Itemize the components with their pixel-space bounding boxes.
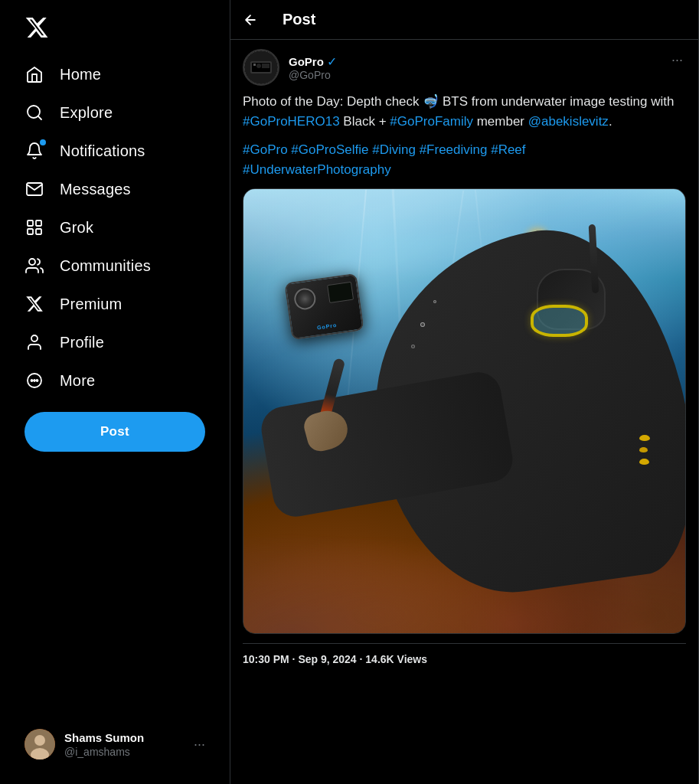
- sidebar-item-premium[interactable]: Premium: [12, 285, 217, 323]
- svg-rect-18: [256, 64, 261, 68]
- home-icon: [24, 64, 44, 84]
- sidebar-item-grok[interactable]: Grok: [12, 208, 217, 247]
- underwater-photo: GoPro: [243, 189, 685, 633]
- grok-icon: [24, 217, 44, 237]
- profile-icon: [24, 332, 44, 352]
- more-icon-svg: [25, 371, 44, 390]
- user-handle: @i_amshams: [64, 746, 185, 758]
- hashtag-freediving[interactable]: #Freediving: [420, 142, 488, 157]
- back-button[interactable]: [243, 12, 258, 28]
- hashtag-underwater[interactable]: #UnderwaterPhotography: [243, 162, 391, 177]
- user-profile-section[interactable]: Shams Sumon @i_amshams ···: [12, 720, 217, 769]
- sidebar: Home Explore Notifications Message: [0, 0, 230, 784]
- svg-rect-4: [36, 229, 41, 234]
- sidebar-item-explore-label: Explore: [60, 104, 113, 122]
- mention-abekislevitz[interactable]: @abekislevitz: [528, 114, 609, 129]
- tweet-author-avatar[interactable]: [243, 49, 279, 86]
- goggles: [531, 305, 588, 337]
- tweet-views-number: 14.6K Views: [365, 653, 427, 665]
- svg-rect-2: [36, 220, 41, 226]
- tweet-meta: 10:30 PM · Sep 9, 2024 · 14.6K Views: [243, 643, 686, 675]
- svg-point-5: [29, 259, 35, 265]
- messages-icon: [24, 179, 44, 199]
- post-button[interactable]: Post: [24, 412, 205, 452]
- svg-point-10: [37, 380, 38, 381]
- svg-rect-19: [262, 64, 269, 68]
- svg-point-9: [34, 380, 35, 381]
- x-logo[interactable]: [12, 6, 217, 52]
- sidebar-item-messages-label: Messages: [60, 181, 131, 198]
- tweet-media-image[interactable]: GoPro: [243, 188, 686, 634]
- sidebar-item-more[interactable]: More: [12, 361, 217, 400]
- tweet-time: 10:30 PM: [243, 653, 289, 665]
- tweet-display-name: GoPro: [289, 55, 324, 68]
- home-icon-svg: [25, 65, 44, 83]
- sidebar-item-more-label: More: [60, 372, 95, 390]
- hashtag-reef[interactable]: #Reef: [491, 142, 525, 157]
- tweet-date: Sep 9, 2024: [298, 653, 356, 665]
- notification-dot: [40, 139, 46, 145]
- camera-lens: [292, 287, 317, 312]
- gopro-logo-avatar: [244, 51, 278, 84]
- communities-icon: [24, 256, 44, 276]
- hashtag-diving[interactable]: #Diving: [372, 142, 416, 157]
- tweet-container: GoPro ✓ @GoPro ··· Photo of the Day: Dep…: [230, 40, 698, 684]
- user-display-name: Shams Sumon: [64, 730, 185, 746]
- fish-2: [639, 447, 648, 452]
- communities-icon-svg: [25, 256, 44, 275]
- sidebar-item-communities[interactable]: Communities: [12, 247, 217, 285]
- sidebar-item-home[interactable]: Home: [12, 55, 217, 93]
- premium-icon: [24, 294, 44, 314]
- premium-icon-svg: [25, 295, 44, 313]
- profile-icon-svg: [25, 333, 44, 351]
- tweet-more-options-icon[interactable]: ···: [668, 49, 686, 71]
- sidebar-item-profile-label: Profile: [60, 334, 104, 351]
- avatar-image: [24, 729, 55, 760]
- verified-badge-icon: ✓: [327, 54, 337, 69]
- explore-icon: [24, 103, 44, 122]
- sidebar-item-communities-label: Communities: [60, 257, 151, 275]
- fish-1: [639, 435, 650, 441]
- tweet-author-handle: @GoPro: [289, 69, 337, 81]
- svg-point-8: [31, 380, 33, 381]
- tweet-author-name-group: GoPro ✓ @GoPro: [289, 54, 337, 81]
- notifications-icon: [24, 141, 44, 161]
- tweet-hashtags-line: #GoPro #GoProSelfie #Diving #Freediving …: [243, 140, 686, 179]
- tweet-name-row: GoPro ✓: [289, 54, 337, 69]
- explore-icon-svg: [25, 103, 44, 122]
- tweet-text-body: Photo of the Day: Depth check 🤿 BTS from…: [243, 92, 686, 131]
- sidebar-item-messages[interactable]: Messages: [12, 170, 217, 208]
- hashtag-goprohero13[interactable]: #GoProHERO13: [243, 114, 340, 129]
- sidebar-item-home-label: Home: [60, 66, 101, 83]
- sidebar-item-explore[interactable]: Explore: [12, 93, 217, 132]
- post-header: Post: [230, 0, 698, 40]
- sidebar-item-profile[interactable]: Profile: [12, 323, 217, 361]
- user-more-options-icon[interactable]: ···: [194, 737, 205, 753]
- sidebar-item-grok-label: Grok: [60, 219, 93, 237]
- tweet-views-count[interactable]: 14.6K Views: [365, 653, 427, 665]
- x-logo-icon: [24, 15, 49, 40]
- bubble-1: [420, 322, 425, 327]
- tweet-avatar-inner: [244, 51, 278, 84]
- grok-icon-svg: [25, 218, 44, 237]
- tweet-author-info: GoPro ✓ @GoPro: [243, 49, 337, 86]
- sidebar-item-notifications[interactable]: Notifications: [12, 132, 217, 170]
- user-info: Shams Sumon @i_amshams: [64, 730, 185, 758]
- hashtag-gopro[interactable]: #GoPro: [243, 142, 288, 157]
- tweet-author-row: GoPro ✓ @GoPro ···: [243, 49, 686, 86]
- fish-3: [639, 459, 649, 465]
- more-icon: [24, 371, 44, 390]
- svg-rect-17: [253, 64, 256, 66]
- svg-point-6: [31, 335, 38, 341]
- main-content: Post: [230, 0, 699, 784]
- sidebar-item-notifications-label: Notifications: [60, 142, 145, 160]
- sidebar-item-premium-label: Premium: [60, 296, 122, 313]
- back-arrow-icon: [243, 12, 258, 28]
- hashtag-goprofamily[interactable]: #GoProFamily: [390, 114, 473, 129]
- camera-screen: [327, 282, 354, 303]
- hashtag-goproselfie[interactable]: #GoProSelfie: [291, 142, 368, 157]
- messages-icon-svg: [25, 180, 44, 198]
- camera-body: GoPro: [284, 273, 364, 340]
- svg-rect-3: [28, 229, 33, 234]
- svg-point-12: [34, 735, 45, 746]
